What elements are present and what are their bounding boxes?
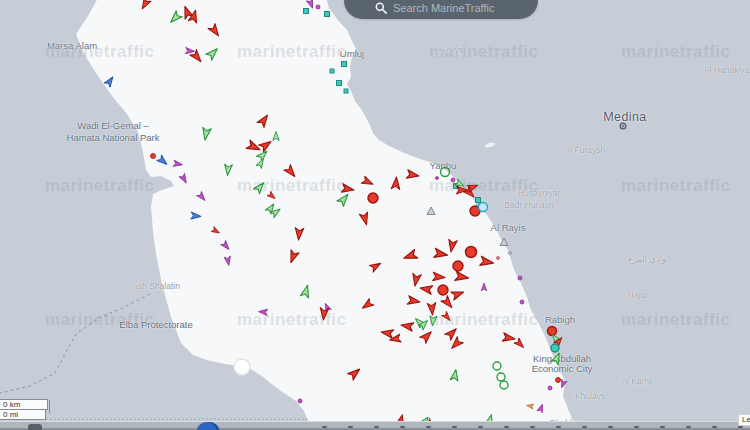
vessel-marker[interactable] — [337, 81, 342, 86]
vessel-marker[interactable] — [368, 193, 378, 203]
bottom-strip[interactable] — [0, 421, 750, 430]
strip-tick — [322, 426, 327, 428]
strip-tick — [478, 426, 483, 428]
vessel-marker[interactable] — [548, 386, 552, 390]
vessel-marker[interactable] — [438, 285, 448, 295]
strip-tick — [712, 426, 717, 428]
vessel-marker[interactable] — [325, 12, 330, 17]
strip-tick — [348, 426, 353, 428]
strip-tick — [400, 426, 405, 428]
strip-tick — [608, 426, 613, 428]
vessel-marker[interactable] — [548, 327, 557, 336]
strip-tick — [634, 426, 639, 428]
strip-tick — [686, 426, 691, 428]
search-input-placeholder[interactable]: Search MarineTraffic — [393, 2, 494, 14]
vessel-marker[interactable] — [344, 89, 348, 93]
vessel-marker[interactable] — [551, 344, 559, 352]
strip-tick — [374, 426, 379, 428]
scale-tick — [49, 400, 50, 413]
vessel-marker[interactable] — [509, 252, 512, 255]
strip-tick — [738, 426, 743, 428]
vessel-marker[interactable] — [234, 359, 250, 375]
scale-mi-label: 0 mi — [3, 410, 18, 419]
strip-tick — [530, 426, 535, 428]
strip-tick — [556, 426, 561, 428]
scale-km-label: 0 km — [3, 400, 20, 409]
vessel-marker[interactable] — [151, 154, 156, 159]
strip-tick — [582, 426, 587, 428]
bottom-left-control[interactable] — [28, 424, 42, 430]
vessel-marker[interactable] — [520, 300, 524, 304]
vessel-marker[interactable] — [556, 378, 561, 383]
vessel-marker[interactable] — [451, 178, 455, 182]
vessel-marker[interactable] — [316, 5, 320, 9]
vessel-marker[interactable] — [342, 62, 347, 67]
vessel-marker[interactable] — [298, 399, 302, 403]
marinetraffic-map-view: marinetrafficmarinetrafficmarinetrafficm… — [0, 0, 750, 430]
strip-tick — [452, 426, 457, 428]
vessel-marker[interactable] — [497, 257, 500, 260]
vessel-marker[interactable] — [466, 247, 477, 258]
bottom-right-chip[interactable]: Le — [738, 414, 750, 426]
strip-tick — [660, 426, 665, 428]
vessel-marker[interactable] — [436, 177, 439, 180]
search-bar[interactable]: Search MarineTraffic — [344, 0, 538, 19]
vessel-marker[interactable] — [304, 9, 309, 14]
vessel-marker[interactable] — [453, 261, 463, 271]
vessel-marker[interactable] — [476, 198, 481, 203]
vessel-marker[interactable] — [479, 203, 488, 212]
vessel-marker[interactable] — [518, 276, 522, 280]
search-icon — [375, 2, 387, 14]
scale-bar-mi: 0 mi — [0, 409, 46, 420]
map-terrain[interactable] — [0, 0, 750, 430]
strip-tick — [426, 426, 431, 428]
strip-tick — [504, 426, 509, 428]
vessel-marker[interactable] — [330, 69, 334, 73]
